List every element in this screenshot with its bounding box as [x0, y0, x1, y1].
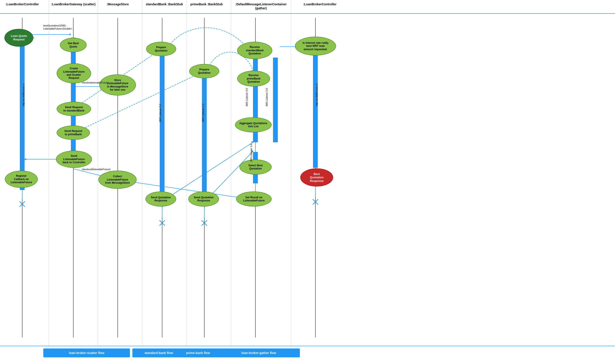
top-border — [0, 13, 615, 14]
lifeline-header-lbc1: :LoanBrokerController — [4, 2, 40, 6]
jms-listener-3-1-label: JMS Listener 3-1 — [159, 104, 161, 122]
register-callback-node: RegisterCallback onListenableFuture — [5, 170, 38, 188]
send-request-standard-node: Send Requestto standardBank — [57, 102, 91, 116]
svg-line-58 — [313, 199, 318, 205]
best-quotation-label: bestQuotation(1000):ListenableFuture<Dou… — [43, 24, 72, 30]
checkin-label: checkin(listenableFuture) — [82, 81, 109, 84]
collect-listenable-node: CollectListenableFuturefrom MessageStore — [98, 170, 137, 189]
svg-line-51 — [202, 220, 207, 226]
aggregate-quotations-node: Aggregate Quotationsinto List — [235, 117, 272, 132]
store-listenable-node: StoreListenableFuturein MessageStorefor … — [99, 74, 136, 95]
checkout-label: checkout(listenableFuture) — [82, 168, 111, 171]
jms-listener-3-6a-label: JMS Listener 3-6 — [245, 88, 248, 107]
lifeline-header-lbg: :LoanBrokerGateway (scatter) — [51, 2, 95, 6]
http-nio-exec-2-label: http-nio-8080-exec-2 — [315, 83, 318, 106]
svg-rect-13 — [20, 34, 25, 190]
best-quotation-response-node: BestQuotationResponse — [300, 168, 333, 187]
send-quotation-prime-node: Send QuotationResponse — [188, 191, 219, 207]
bottom-border — [0, 346, 615, 346]
receive-std-quotation-node: ReceivestandardBankQuotation — [237, 42, 272, 59]
send-quotation-std-node: Send QuotationResponse — [145, 191, 176, 207]
svg-line-59 — [164, 142, 253, 200]
svg-line-41 — [118, 180, 255, 200]
svg-rect-15 — [160, 55, 164, 202]
prime-flow-label: prime-bank flow — [176, 349, 220, 357]
svg-line-54 — [20, 201, 25, 207]
jms-listener-3-6b-label: JMS Listener 3-6 — [250, 144, 252, 162]
scatter-flow-label: loan-broker-scatter flow — [43, 349, 130, 357]
loan-quote-request-node: Loan QuoteRequest — [4, 29, 33, 47]
svg-rect-18 — [273, 58, 278, 142]
gather-flow-label: loan-broker-gather flow — [218, 349, 300, 357]
set-result-node: Set Result onListenableFuture — [236, 191, 272, 207]
http-nio-exec-1-label: http-nio-8080-exec-1 — [22, 83, 25, 106]
svg-marker-37 — [25, 158, 26, 160]
svg-rect-16 — [202, 78, 207, 202]
prepare-quotation-prime-node: PrepareQuotation — [189, 64, 219, 78]
svg-marker-60 — [252, 141, 253, 143]
is-interest-rate-node: Is interest rate reallybest WRT loanamou… — [295, 37, 336, 55]
get-best-quote-node: Get BestQuote — [60, 38, 87, 52]
svg-rect-14 — [71, 38, 76, 163]
lifeline-header-lbc2: :LoanBrokerController — [298, 2, 342, 6]
lifeline-header-pb: primeBank :BankStub — [184, 2, 229, 6]
svg-line-52 — [202, 220, 207, 226]
svg-line-48 — [159, 220, 165, 226]
svg-rect-20 — [313, 54, 318, 168]
svg-line-49 — [159, 220, 165, 226]
receive-prime-quotation-node: ReceiveprimeBankQuotation — [237, 71, 270, 87]
lifeline-header-ms: :MessageStore — [98, 2, 138, 6]
jms-listener-5-2-label: JMS Listener 5-2 — [202, 104, 204, 122]
send-back-controller-node: SendListenableFutureback to Controller — [56, 151, 92, 168]
lifeline-header-sb: standardBank :BankStub — [142, 2, 187, 6]
prepare-quotation-std-node: PrepareQuotation — [146, 42, 176, 56]
svg-line-55 — [20, 201, 25, 207]
lifeline-header-dmlc: :DefaultMessageListenerContainer (gather… — [231, 2, 291, 10]
diagram-container: :LoanBrokerController :LoanBrokerGateway… — [0, 0, 615, 364]
jms-listener-2-6-label: JMS Listener 2-6 — [265, 88, 268, 107]
create-listenable-node: CreateListenableFutureand ScatterRequest — [57, 63, 91, 83]
svg-marker-24 — [69, 33, 71, 36]
select-best-quotation-node: Select BestQuotation — [239, 159, 272, 175]
send-request-prime-node: Send Requestto primeBank — [57, 126, 90, 140]
svg-line-57 — [313, 199, 318, 205]
